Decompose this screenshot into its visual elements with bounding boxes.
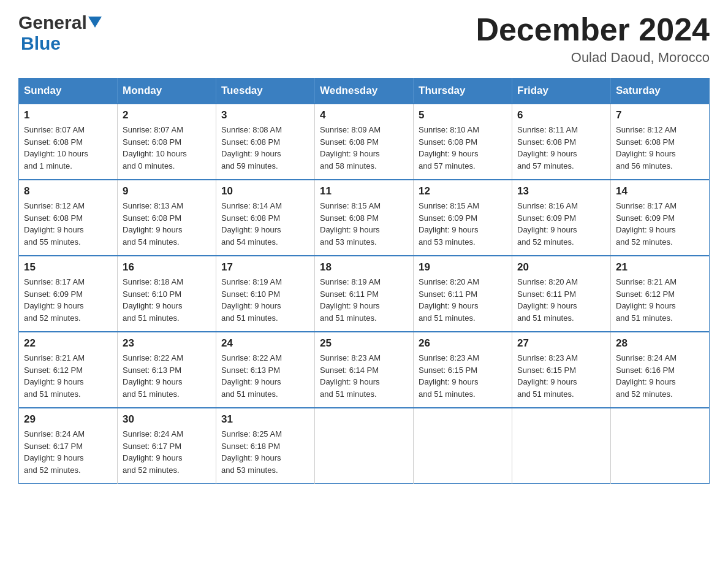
table-row: 28 Sunrise: 8:24 AM Sunset: 6:16 PM Dayl…	[611, 332, 710, 408]
table-row: 20 Sunrise: 8:20 AM Sunset: 6:11 PM Dayl…	[512, 256, 611, 332]
table-row: 24 Sunrise: 8:22 AM Sunset: 6:13 PM Dayl…	[216, 332, 315, 408]
table-row: 8 Sunrise: 8:12 AM Sunset: 6:08 PM Dayli…	[19, 180, 118, 256]
table-row: 6 Sunrise: 8:11 AM Sunset: 6:08 PM Dayli…	[512, 104, 611, 180]
table-row: 16 Sunrise: 8:18 AM Sunset: 6:10 PM Dayl…	[118, 256, 216, 332]
table-row: 19 Sunrise: 8:20 AM Sunset: 6:11 PM Dayl…	[414, 256, 512, 332]
day-number: 20	[517, 261, 605, 274]
day-info: Sunrise: 8:09 AM Sunset: 6:08 PM Dayligh…	[320, 124, 408, 172]
calendar-week-row: 22 Sunrise: 8:21 AM Sunset: 6:12 PM Dayl…	[19, 332, 710, 408]
day-info: Sunrise: 8:11 AM Sunset: 6:08 PM Dayligh…	[517, 124, 605, 172]
table-row	[315, 408, 414, 484]
day-number: 27	[517, 337, 605, 350]
header-wednesday: Wednesday	[315, 79, 414, 104]
logo-blue-text: Blue	[21, 33, 61, 53]
table-row: 25 Sunrise: 8:23 AM Sunset: 6:14 PM Dayl…	[315, 332, 414, 408]
table-row: 31 Sunrise: 8:25 AM Sunset: 6:18 PM Dayl…	[216, 408, 315, 484]
day-number: 17	[221, 261, 309, 274]
day-info: Sunrise: 8:22 AM Sunset: 6:13 PM Dayligh…	[123, 352, 211, 400]
day-info: Sunrise: 8:17 AM Sunset: 6:09 PM Dayligh…	[616, 200, 704, 248]
table-row: 30 Sunrise: 8:24 AM Sunset: 6:17 PM Dayl…	[118, 408, 216, 484]
table-row	[414, 408, 512, 484]
table-row: 15 Sunrise: 8:17 AM Sunset: 6:09 PM Dayl…	[19, 256, 118, 332]
table-row: 23 Sunrise: 8:22 AM Sunset: 6:13 PM Dayl…	[118, 332, 216, 408]
day-number: 24	[221, 337, 309, 350]
day-info: Sunrise: 8:17 AM Sunset: 6:09 PM Dayligh…	[24, 276, 112, 324]
day-number: 25	[320, 337, 408, 350]
table-row: 1 Sunrise: 8:07 AM Sunset: 6:08 PM Dayli…	[19, 104, 118, 180]
table-row: 2 Sunrise: 8:07 AM Sunset: 6:08 PM Dayli…	[118, 104, 216, 180]
table-row	[611, 408, 710, 484]
day-number: 13	[517, 185, 605, 197]
day-number: 1	[24, 109, 112, 121]
header-monday: Monday	[118, 79, 216, 104]
table-row: 22 Sunrise: 8:21 AM Sunset: 6:12 PM Dayl…	[19, 332, 118, 408]
svg-marker-0	[88, 17, 102, 28]
day-number: 3	[221, 109, 309, 121]
day-info: Sunrise: 8:25 AM Sunset: 6:18 PM Dayligh…	[221, 428, 309, 476]
day-number: 12	[419, 185, 507, 197]
day-number: 23	[123, 337, 211, 350]
table-row: 29 Sunrise: 8:24 AM Sunset: 6:17 PM Dayl…	[19, 408, 118, 484]
day-info: Sunrise: 8:15 AM Sunset: 6:09 PM Dayligh…	[419, 200, 507, 248]
table-row: 4 Sunrise: 8:09 AM Sunset: 6:08 PM Dayli…	[315, 104, 414, 180]
day-number: 2	[123, 109, 211, 121]
table-row: 26 Sunrise: 8:23 AM Sunset: 6:15 PM Dayl…	[414, 332, 512, 408]
day-number: 11	[320, 185, 408, 197]
calendar-week-row: 8 Sunrise: 8:12 AM Sunset: 6:08 PM Dayli…	[19, 180, 710, 256]
day-number: 8	[24, 185, 112, 197]
day-number: 16	[123, 261, 211, 274]
day-info: Sunrise: 8:21 AM Sunset: 6:12 PM Dayligh…	[24, 352, 112, 400]
day-info: Sunrise: 8:12 AM Sunset: 6:08 PM Dayligh…	[24, 200, 112, 248]
day-info: Sunrise: 8:20 AM Sunset: 6:11 PM Dayligh…	[517, 276, 605, 324]
table-row: 18 Sunrise: 8:19 AM Sunset: 6:11 PM Dayl…	[315, 256, 414, 332]
logo-general-text: General	[18, 12, 87, 33]
table-row: 7 Sunrise: 8:12 AM Sunset: 6:08 PM Dayli…	[611, 104, 710, 180]
day-info: Sunrise: 8:21 AM Sunset: 6:12 PM Dayligh…	[616, 276, 704, 324]
day-info: Sunrise: 8:08 AM Sunset: 6:08 PM Dayligh…	[221, 124, 309, 172]
month-title: December 2024	[476, 12, 710, 47]
day-info: Sunrise: 8:24 AM Sunset: 6:16 PM Dayligh…	[616, 352, 704, 400]
day-info: Sunrise: 8:23 AM Sunset: 6:15 PM Dayligh…	[517, 352, 605, 400]
day-info: Sunrise: 8:18 AM Sunset: 6:10 PM Dayligh…	[123, 276, 211, 324]
day-number: 26	[419, 337, 507, 350]
title-area: December 2024 Oulad Daoud, Morocco	[476, 12, 710, 66]
day-number: 22	[24, 337, 112, 350]
day-number: 15	[24, 261, 112, 274]
header-sunday: Sunday	[19, 79, 118, 104]
day-info: Sunrise: 8:16 AM Sunset: 6:09 PM Dayligh…	[517, 200, 605, 248]
day-info: Sunrise: 8:23 AM Sunset: 6:14 PM Dayligh…	[320, 352, 408, 400]
day-number: 31	[221, 413, 309, 426]
calendar-header-row: Sunday Monday Tuesday Wednesday Thursday…	[19, 79, 710, 104]
day-info: Sunrise: 8:23 AM Sunset: 6:15 PM Dayligh…	[419, 352, 507, 400]
day-info: Sunrise: 8:12 AM Sunset: 6:08 PM Dayligh…	[616, 124, 704, 172]
table-row: 14 Sunrise: 8:17 AM Sunset: 6:09 PM Dayl…	[611, 180, 710, 256]
table-row: 13 Sunrise: 8:16 AM Sunset: 6:09 PM Dayl…	[512, 180, 611, 256]
day-info: Sunrise: 8:07 AM Sunset: 6:08 PM Dayligh…	[123, 124, 211, 172]
day-number: 28	[616, 337, 704, 350]
day-info: Sunrise: 8:07 AM Sunset: 6:08 PM Dayligh…	[24, 124, 112, 172]
day-info: Sunrise: 8:10 AM Sunset: 6:08 PM Dayligh…	[419, 124, 507, 172]
table-row: 12 Sunrise: 8:15 AM Sunset: 6:09 PM Dayl…	[414, 180, 512, 256]
table-row: 17 Sunrise: 8:19 AM Sunset: 6:10 PM Dayl…	[216, 256, 315, 332]
header-thursday: Thursday	[414, 79, 512, 104]
day-info: Sunrise: 8:22 AM Sunset: 6:13 PM Dayligh…	[221, 352, 309, 400]
calendar-week-row: 29 Sunrise: 8:24 AM Sunset: 6:17 PM Dayl…	[19, 408, 710, 484]
day-number: 10	[221, 185, 309, 197]
table-row: 11 Sunrise: 8:15 AM Sunset: 6:08 PM Dayl…	[315, 180, 414, 256]
day-number: 30	[123, 413, 211, 426]
calendar-week-row: 1 Sunrise: 8:07 AM Sunset: 6:08 PM Dayli…	[19, 104, 710, 180]
day-info: Sunrise: 8:24 AM Sunset: 6:17 PM Dayligh…	[123, 428, 211, 476]
location: Oulad Daoud, Morocco	[476, 50, 710, 66]
table-row	[512, 408, 611, 484]
table-row: 21 Sunrise: 8:21 AM Sunset: 6:12 PM Dayl…	[611, 256, 710, 332]
header-friday: Friday	[512, 79, 611, 104]
day-info: Sunrise: 8:19 AM Sunset: 6:11 PM Dayligh…	[320, 276, 408, 324]
day-number: 7	[616, 109, 704, 121]
calendar-table: Sunday Monday Tuesday Wednesday Thursday…	[18, 78, 710, 484]
day-info: Sunrise: 8:13 AM Sunset: 6:08 PM Dayligh…	[123, 200, 211, 248]
day-info: Sunrise: 8:15 AM Sunset: 6:08 PM Dayligh…	[320, 200, 408, 248]
day-info: Sunrise: 8:19 AM Sunset: 6:10 PM Dayligh…	[221, 276, 309, 324]
table-row: 27 Sunrise: 8:23 AM Sunset: 6:15 PM Dayl…	[512, 332, 611, 408]
day-info: Sunrise: 8:24 AM Sunset: 6:17 PM Dayligh…	[24, 428, 112, 476]
day-number: 14	[616, 185, 704, 197]
